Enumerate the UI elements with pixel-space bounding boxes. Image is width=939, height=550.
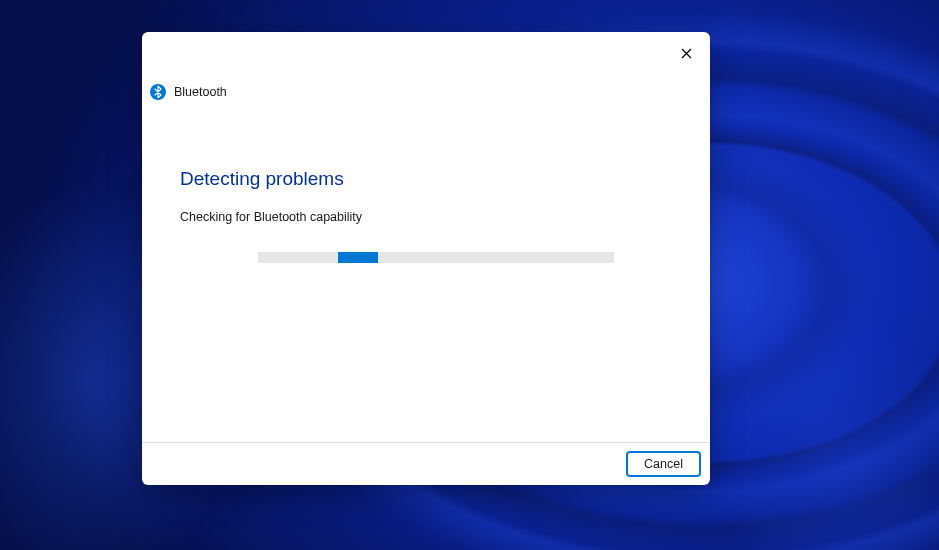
status-text: Checking for Bluetooth capability [180,210,672,224]
footer-separator [142,442,710,443]
cancel-button[interactable]: Cancel [627,452,700,476]
dialog-footer: Cancel [142,443,710,485]
progress-fill [338,252,378,263]
close-button[interactable] [668,38,704,70]
troubleshooter-dialog: Bluetooth Detecting problems Checking fo… [142,32,710,485]
progress-bar [258,252,614,263]
heading-text: Detecting problems [180,168,672,190]
dialog-content: Detecting problems Checking for Bluetoot… [142,76,710,443]
close-icon [681,47,692,62]
dialog-titlebar [142,32,710,76]
